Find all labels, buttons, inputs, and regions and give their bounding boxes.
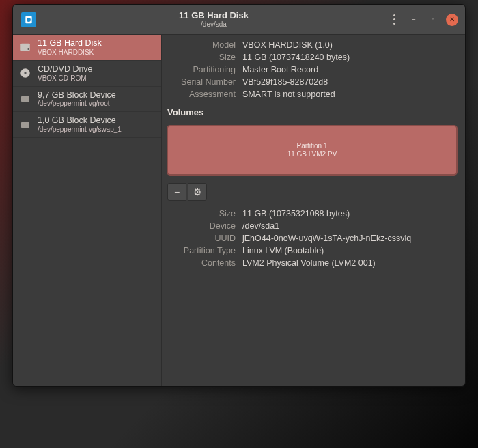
gear-icon: ⚙ bbox=[193, 186, 202, 197]
label-disk-size: Size bbox=[167, 53, 236, 62]
label-part-contents: Contents bbox=[167, 258, 236, 268]
value-disk-size: 11 GB (10737418240 bytes) bbox=[242, 53, 457, 62]
volume-toolbar: − ⚙ bbox=[167, 183, 457, 201]
value-part-device: /dev/sda1 bbox=[242, 221, 457, 231]
value-part-uuid: jEhO44-0noW-uvqW-1sTA-ychJ-nEkz-cssvlq bbox=[242, 234, 457, 243]
disks-app-icon bbox=[24, 15, 33, 25]
device-sidebar: 11 GB Hard Disk VBOX HARDDISK CD/DVD Dri… bbox=[13, 35, 162, 386]
sidebar-item-block-root[interactable]: 9,7 GB Block Device /dev/peppermint-vg/r… bbox=[13, 87, 161, 113]
volume-map-partition-1[interactable]: Partition 1 11 GB LVM2 PV bbox=[167, 126, 457, 175]
volumes-section-title: Volumes bbox=[167, 107, 457, 117]
disk-info: Model VBOX HARDDISK (1.0) Size 11 GB (10… bbox=[167, 40, 457, 99]
label-model: Model bbox=[167, 40, 236, 50]
label-assessment: Assessment bbox=[167, 89, 236, 99]
main-panel: Model VBOX HARDDISK (1.0) Size 11 GB (10… bbox=[162, 35, 465, 386]
minus-icon: − bbox=[174, 186, 180, 197]
svg-point-3 bbox=[27, 48, 29, 50]
value-part-type: Linux LVM (Bootable) bbox=[242, 246, 457, 255]
sidebar-item-label: 11 GB Hard Disk bbox=[38, 39, 102, 48]
sidebar-item-sub: /dev/peppermint-vg/swap_1 bbox=[38, 126, 122, 133]
value-serial: VBf529f185-828702d8 bbox=[242, 77, 457, 87]
cd-icon bbox=[18, 66, 32, 80]
label-partitioning: Partitioning bbox=[167, 65, 236, 74]
delete-partition-button[interactable]: − bbox=[167, 183, 186, 201]
sidebar-item-sub: /dev/peppermint-vg/root bbox=[38, 100, 116, 107]
svg-point-1 bbox=[27, 18, 31, 22]
value-part-contents: LVM2 Physical Volume (LVM2 001) bbox=[242, 258, 457, 268]
sidebar-item-sub: VBOX CD-ROM bbox=[38, 74, 93, 82]
sidebar-item-label: 1,0 GB Block Device bbox=[38, 116, 122, 126]
value-part-size: 11 GB (10735321088 bytes) bbox=[242, 209, 457, 219]
close-button[interactable]: ✕ bbox=[446, 14, 458, 26]
value-assessment: SMART is not supported bbox=[242, 89, 457, 99]
block-device-icon bbox=[18, 118, 32, 132]
block-device-icon bbox=[18, 92, 32, 106]
label-part-uuid: UUID bbox=[167, 234, 236, 243]
partition-info: Size 11 GB (10735321088 bytes) Device /d… bbox=[167, 209, 457, 268]
value-model: VBOX HARDDISK (1.0) bbox=[242, 40, 457, 50]
titlebar: 11 GB Hard Disk /dev/sda − ▫ ✕ bbox=[13, 5, 465, 35]
svg-point-5 bbox=[24, 72, 26, 74]
label-part-type: Partition Type bbox=[167, 246, 236, 255]
app-menu-icon[interactable] bbox=[387, 14, 401, 25]
svg-rect-7 bbox=[21, 122, 29, 128]
label-serial: Serial Number bbox=[167, 77, 236, 87]
partition-options-button[interactable]: ⚙ bbox=[188, 183, 207, 201]
minimize-button[interactable]: − bbox=[408, 14, 420, 26]
window-buttons: − ▫ ✕ bbox=[387, 14, 461, 26]
title-center: 11 GB Hard Disk /dev/sda bbox=[40, 11, 387, 28]
volume-desc: 11 GB LVM2 PV bbox=[287, 150, 337, 158]
svg-rect-6 bbox=[21, 96, 29, 102]
volume-name: Partition 1 bbox=[287, 142, 337, 150]
sidebar-item-hard-disk[interactable]: 11 GB Hard Disk VBOX HARDDISK bbox=[13, 35, 161, 61]
sidebar-item-block-swap[interactable]: 1,0 GB Block Device /dev/peppermint-vg/s… bbox=[13, 112, 161, 138]
label-part-size: Size bbox=[167, 209, 236, 219]
sidebar-item-cd-drive[interactable]: CD/DVD Drive VBOX CD-ROM bbox=[13, 61, 161, 87]
sidebar-item-sub: VBOX HARDDISK bbox=[38, 48, 102, 56]
sidebar-item-label: 9,7 GB Block Device bbox=[38, 91, 116, 100]
maximize-button[interactable]: ▫ bbox=[427, 14, 439, 26]
disks-window: 11 GB Hard Disk /dev/sda − ▫ ✕ 11 GB Har… bbox=[12, 4, 466, 387]
hdd-icon bbox=[18, 40, 32, 54]
sidebar-item-label: CD/DVD Drive bbox=[38, 65, 93, 74]
window-title: 11 GB Hard Disk bbox=[40, 11, 387, 20]
app-icon bbox=[21, 12, 36, 27]
value-partitioning: Master Boot Record bbox=[242, 65, 457, 74]
label-part-device: Device bbox=[167, 221, 236, 231]
window-subtitle: /dev/sda bbox=[40, 20, 387, 28]
